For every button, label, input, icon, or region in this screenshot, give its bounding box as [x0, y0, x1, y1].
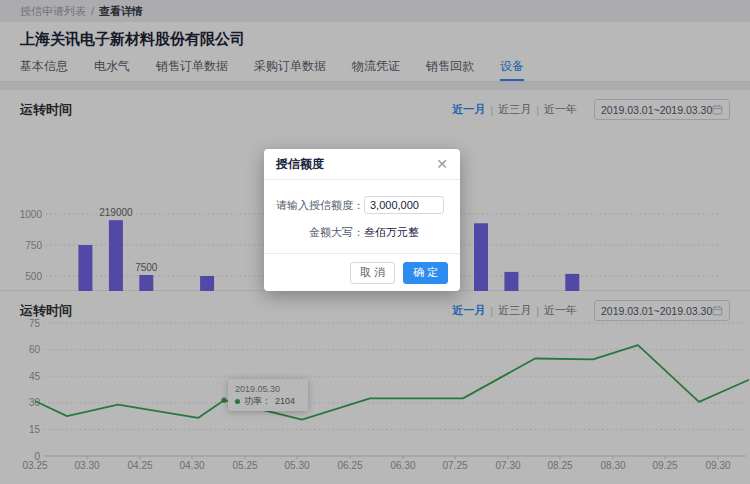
modal-title: 授信额度	[276, 156, 324, 173]
caps-label: 金额大写：	[276, 225, 364, 240]
credit-amount-input[interactable]	[364, 196, 444, 214]
caps-value: 叁佰万元整	[364, 225, 419, 240]
credit-limit-modal: 授信额度 ✕ 请输入授信额度： 金额大写： 叁佰万元整 取 消 确 定	[264, 149, 460, 291]
cancel-button[interactable]: 取 消	[350, 262, 395, 284]
confirm-button[interactable]: 确 定	[403, 262, 448, 284]
close-icon[interactable]: ✕	[436, 157, 448, 171]
amount-field-label: 请输入授信额度：	[276, 198, 364, 213]
